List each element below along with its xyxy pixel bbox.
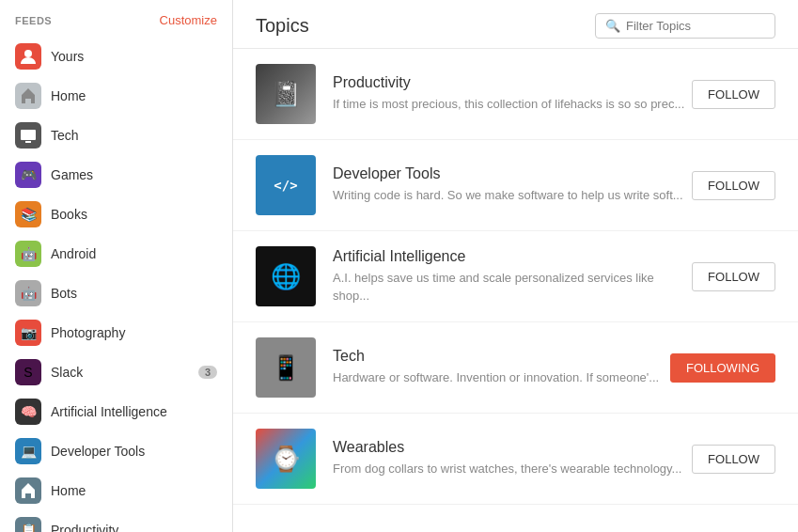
ai-icon: 🧠 bbox=[15, 399, 41, 425]
sidebar-item-yours[interactable]: Yours bbox=[0, 37, 232, 76]
sidebar-item-books[interactable]: 📚Books bbox=[0, 195, 232, 234]
topic-item-devtools: Developer ToolsWriting code is hard. So … bbox=[233, 140, 798, 231]
topic-thumb-tech bbox=[256, 337, 316, 398]
sidebar-badge-slack: 3 bbox=[198, 366, 217, 379]
slack-icon: S bbox=[15, 359, 41, 385]
topic-desc-productivity: If time is most precious, this collectio… bbox=[333, 96, 692, 113]
sidebar-item-productivity[interactable]: 📋Productivity bbox=[0, 510, 232, 532]
topic-desc-tech: Hardware or software. Invention or innov… bbox=[333, 369, 670, 386]
follow-button-wearables[interactable]: FOLLOW bbox=[692, 445, 775, 474]
productivity-icon: 📋 bbox=[15, 517, 41, 532]
home2-icon bbox=[15, 477, 41, 504]
sidebar-item-label-productivity: Productivity bbox=[51, 523, 217, 532]
svg-point-0 bbox=[24, 50, 32, 57]
topic-info-devtools: Developer ToolsWriting code is hard. So … bbox=[333, 165, 692, 204]
sidebar-item-label-slack: Slack bbox=[51, 365, 198, 380]
follow-button-ai[interactable]: FOLLOW bbox=[692, 262, 775, 291]
sidebar-header: FEEDS Customize bbox=[0, 0, 232, 37]
sidebar-item-label-yours: Yours bbox=[51, 49, 217, 64]
topic-item-ai: Artificial IntelligenceA.I. helps save u… bbox=[233, 231, 798, 322]
sidebar-item-label-ai: Artificial Intelligence bbox=[51, 404, 217, 419]
photography-icon: 📷 bbox=[15, 320, 41, 346]
sidebar-item-games[interactable]: 🎮Games bbox=[0, 155, 232, 195]
sidebar-item-label-devtools: Developer Tools bbox=[51, 444, 217, 459]
topic-desc-wearables: From dog collars to wrist watches, there… bbox=[333, 461, 692, 477]
sidebar-item-label-android: Android bbox=[51, 246, 217, 261]
sidebar-item-label-games: Games bbox=[51, 167, 217, 182]
topic-info-wearables: WearablesFrom dog collars to wrist watch… bbox=[333, 439, 692, 477]
sidebar-item-ai[interactable]: 🧠Artificial Intelligence bbox=[0, 392, 232, 431]
devtools-icon: 💻 bbox=[15, 438, 41, 464]
android-icon: 🤖 bbox=[15, 241, 41, 267]
page-title: Topics bbox=[256, 15, 309, 37]
topic-item-wearables: WearablesFrom dog collars to wrist watch… bbox=[233, 414, 798, 505]
topic-item-productivity: ProductivityIf time is most precious, th… bbox=[233, 49, 798, 140]
topic-info-productivity: ProductivityIf time is most precious, th… bbox=[333, 74, 692, 113]
sidebar-item-photography[interactable]: 📷Photography bbox=[0, 313, 232, 352]
main-content: Topics 🔍 ProductivityIf time is most pre… bbox=[233, 0, 798, 532]
topic-info-ai: Artificial IntelligenceA.I. helps save u… bbox=[333, 248, 692, 304]
sidebar-item-label-books: Books bbox=[51, 207, 217, 222]
topic-name-tech: Tech bbox=[333, 348, 670, 365]
sidebar-item-slack[interactable]: SSlack3 bbox=[0, 352, 232, 392]
topics-list: ProductivityIf time is most precious, th… bbox=[233, 49, 798, 532]
sidebar-item-label-home: Home bbox=[51, 88, 217, 103]
sidebar-item-label-bots: Bots bbox=[51, 286, 217, 301]
sidebar-item-android[interactable]: 🤖Android bbox=[0, 234, 232, 274]
feeds-label: FEEDS bbox=[15, 15, 52, 26]
books-icon: 📚 bbox=[15, 201, 41, 227]
sidebar: FEEDS Customize YoursHomeTech🎮Games📚Book… bbox=[0, 0, 233, 532]
sidebar-item-bots[interactable]: 🤖Bots bbox=[0, 274, 232, 313]
games-icon: 🎮 bbox=[15, 162, 41, 188]
topic-item-tech: TechHardware or software. Invention or i… bbox=[233, 322, 798, 414]
search-icon: 🔍 bbox=[605, 19, 620, 33]
sidebar-item-label-tech: Tech bbox=[51, 128, 217, 143]
home-icon bbox=[15, 83, 41, 109]
follow-button-productivity[interactable]: FOLLOW bbox=[692, 80, 775, 109]
filter-input[interactable] bbox=[626, 19, 765, 33]
sidebar-item-tech[interactable]: Tech bbox=[0, 116, 232, 155]
topic-name-ai: Artificial Intelligence bbox=[333, 248, 692, 265]
topic-thumb-ai bbox=[256, 246, 316, 306]
sidebar-item-home[interactable]: Home bbox=[0, 76, 232, 116]
bots-icon: 🤖 bbox=[15, 280, 41, 306]
main-header: Topics 🔍 bbox=[233, 0, 798, 49]
topic-name-productivity: Productivity bbox=[333, 74, 692, 91]
follow-button-tech[interactable]: FOLLOWING bbox=[670, 353, 775, 383]
follow-button-devtools[interactable]: FOLLOW bbox=[692, 171, 775, 200]
sidebar-item-label-photography: Photography bbox=[51, 325, 217, 340]
filter-input-wrap[interactable]: 🔍 bbox=[595, 13, 775, 39]
tech-icon bbox=[15, 122, 41, 149]
customize-button[interactable]: Customize bbox=[160, 13, 217, 27]
sidebar-item-home2[interactable]: Home bbox=[0, 471, 232, 510]
topic-thumb-productivity bbox=[256, 64, 316, 124]
sidebar-item-devtools[interactable]: 💻Developer Tools bbox=[0, 431, 232, 471]
topic-thumb-wearables bbox=[256, 429, 316, 489]
sidebar-item-label-home2: Home bbox=[51, 483, 217, 498]
topic-info-tech: TechHardware or software. Invention or i… bbox=[333, 348, 670, 386]
topic-thumb-devtools bbox=[256, 155, 316, 215]
sidebar-items: YoursHomeTech🎮Games📚Books🤖Android🤖Bots📷P… bbox=[0, 37, 232, 532]
yours-icon bbox=[15, 43, 41, 70]
topic-name-wearables: Wearables bbox=[333, 439, 692, 456]
topic-desc-devtools: Writing code is hard. So we make softwar… bbox=[333, 187, 692, 204]
topic-desc-ai: A.I. helps save us time and scale person… bbox=[333, 270, 692, 304]
topic-name-devtools: Developer Tools bbox=[333, 165, 692, 182]
svg-rect-1 bbox=[21, 130, 36, 140]
